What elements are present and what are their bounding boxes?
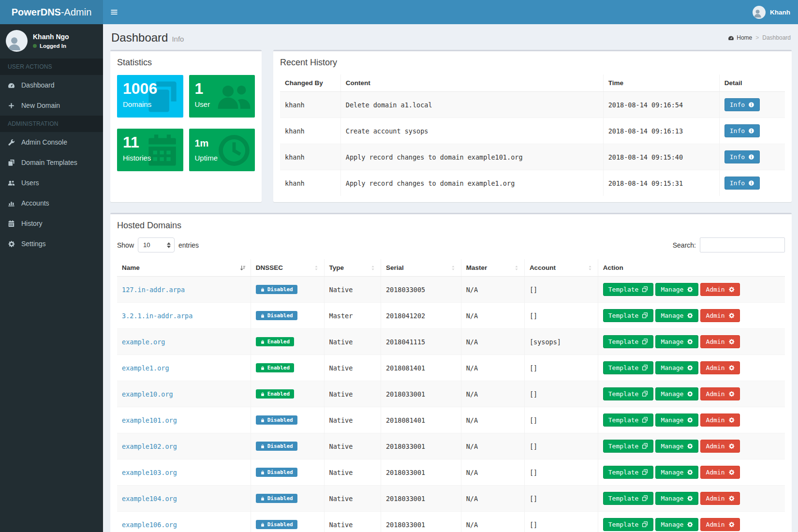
lock-icon (260, 392, 265, 397)
app-brand[interactable]: PowerDNS-Admin (0, 0, 103, 24)
domains-column-type[interactable]: Type (324, 259, 381, 277)
sidebar-section-header-user-actions: USER ACTIONS (0, 59, 103, 75)
manage-button[interactable]: Manage (655, 466, 698, 479)
sidebar-item-settings[interactable]: Settings (0, 234, 103, 254)
domains-column-account[interactable]: Account (524, 259, 598, 277)
admin-button[interactable]: Admin (700, 361, 739, 374)
admin-button[interactable]: Admin (700, 309, 739, 322)
template-button[interactable]: Template (603, 518, 654, 531)
admin-button[interactable]: Admin (700, 440, 739, 453)
info-button[interactable]: Info (724, 124, 760, 137)
domain-link[interactable]: example102.org (122, 443, 177, 450)
manage-button[interactable]: Manage (655, 414, 698, 427)
copy-outline-icon (642, 339, 648, 345)
domains-column-dnssec[interactable]: DNSSEC (251, 259, 324, 277)
manage-button[interactable]: Manage (655, 492, 698, 505)
admin-button[interactable]: Admin (700, 283, 739, 296)
domain-cell-master: N/A (461, 329, 524, 355)
template-button[interactable]: Template (603, 361, 654, 374)
domain-link[interactable]: example1.org (122, 364, 169, 372)
sidebar-toggle-button[interactable] (103, 0, 125, 24)
clone-icon (8, 159, 16, 166)
online-status-dot (33, 44, 37, 48)
column-label: Action (603, 264, 623, 271)
navbar-user-name: Khanh (770, 9, 790, 16)
domain-link[interactable]: example101.org (122, 416, 177, 424)
template-button[interactable]: Template (603, 387, 654, 400)
domain-cell-serial: 2018041115 (381, 329, 461, 355)
breadcrumb-home-link[interactable]: Home (728, 34, 752, 41)
manage-button[interactable]: Manage (655, 309, 698, 322)
domain-link[interactable]: example10.org (122, 390, 173, 398)
sidebar-item-admin-console[interactable]: Admin Console (0, 132, 103, 152)
admin-button[interactable]: Admin (700, 387, 739, 400)
sort-icon (370, 265, 376, 271)
domain-link[interactable]: 3.2.1.in-addr.arpa (122, 312, 192, 320)
main-content: DashboardInfo Home > Dashboard Statistic… (103, 0, 798, 532)
domain-link[interactable]: example103.org (122, 469, 177, 476)
domain-link[interactable]: example.org (122, 338, 165, 346)
recent-history-table: Changed ByContentTimeDetail khanhDelete … (280, 74, 785, 196)
info-button[interactable]: Info (724, 98, 760, 111)
select-arrows-icon (167, 242, 171, 248)
history-cell-content: Apply record changes to domain example1.… (340, 170, 603, 196)
history-cell-changed-by: khanh (280, 144, 340, 170)
history-cell-changed-by: khanh (280, 170, 340, 196)
stat-label: Domains (123, 100, 177, 108)
recent-history-title: Recent History (280, 58, 785, 68)
manage-button[interactable]: Manage (655, 440, 698, 453)
domain-cell-type: Native (324, 512, 381, 532)
domains-column-serial[interactable]: Serial (381, 259, 461, 277)
search-input[interactable] (700, 237, 785, 252)
template-button[interactable]: Template (603, 440, 654, 453)
template-button[interactable]: Template (603, 309, 654, 322)
domain-link[interactable]: example104.org (122, 495, 177, 502)
sidebar-item-domain-templates[interactable]: Domain Templates (0, 152, 103, 173)
sidebar-item-history[interactable]: History (0, 213, 103, 234)
domain-cell-master: N/A (461, 433, 524, 459)
template-button[interactable]: Template (603, 283, 654, 296)
domain-link[interactable]: 127.in-addr.arpa (122, 286, 185, 294)
domains-column-name[interactable]: Name (117, 259, 251, 277)
sidebar-item-dashboard[interactable]: Dashboard (0, 75, 103, 95)
domain-cell-name: example106.org (117, 512, 251, 532)
admin-button[interactable]: Admin (700, 492, 739, 505)
button-label: Admin (706, 286, 724, 293)
top-navbar: PowerDNS-Admin Khanh (0, 0, 798, 24)
domain-cell-master: N/A (461, 486, 524, 512)
info-button[interactable]: Info (724, 150, 760, 163)
sidebar-item-label: Admin Console (21, 138, 67, 146)
sidebar-item-accounts[interactable]: Accounts (0, 193, 103, 213)
button-label: Template (608, 521, 639, 528)
history-column-changed-by: Changed By (280, 74, 340, 92)
sidebar-item-new-domain[interactable]: New Domain (0, 95, 103, 116)
manage-button[interactable]: Manage (655, 361, 698, 374)
template-button[interactable]: Template (603, 492, 654, 505)
page-length-select[interactable]: 10 (138, 237, 175, 252)
admin-button[interactable]: Admin (700, 414, 739, 427)
template-button[interactable]: Template (603, 414, 654, 427)
template-button[interactable]: Template (603, 466, 654, 479)
admin-button[interactable]: Admin (700, 335, 739, 348)
search-control: Search: (673, 237, 785, 252)
dnssec-badge-label: Enabled (267, 339, 290, 345)
dnssec-badge-label: Disabled (267, 312, 293, 319)
domain-link[interactable]: example106.org (122, 521, 177, 529)
manage-button[interactable]: Manage (655, 518, 698, 531)
copy-outline-icon (642, 365, 648, 371)
info-button[interactable]: Info (724, 177, 760, 190)
domain-cell-action: TemplateManageAdmin (598, 329, 785, 355)
domain-cell-action: TemplateManageAdmin (598, 407, 785, 433)
domain-row: example.orgEnabledNative2018041115N/A[sy… (117, 329, 785, 355)
template-button[interactable]: Template (603, 335, 654, 348)
navbar-user-menu[interactable]: Khanh (745, 0, 798, 24)
manage-button[interactable]: Manage (655, 335, 698, 348)
sidebar-item-users[interactable]: Users (0, 173, 103, 193)
domains-column-master[interactable]: Master (461, 259, 524, 277)
admin-button[interactable]: Admin (700, 466, 739, 479)
content-header: DashboardInfo Home > Dashboard (110, 24, 792, 50)
manage-button[interactable]: Manage (655, 387, 698, 400)
admin-button[interactable]: Admin (700, 518, 739, 531)
manage-button[interactable]: Manage (655, 283, 698, 296)
domain-cell-account: [] (524, 486, 598, 512)
